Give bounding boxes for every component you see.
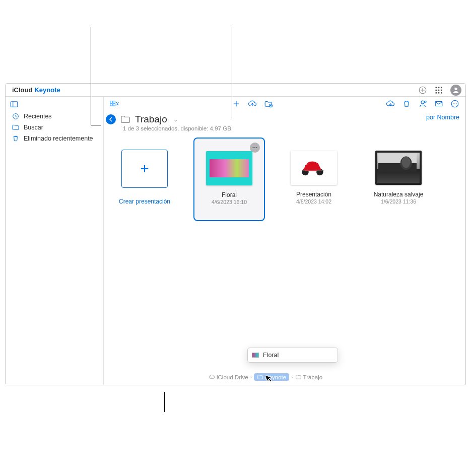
breadcrumb-label: Trabajo bbox=[303, 374, 323, 380]
svg-rect-11 bbox=[11, 102, 18, 107]
collaborate-icon[interactable] bbox=[418, 99, 427, 108]
svg-rect-15 bbox=[113, 101, 115, 103]
sidebar-item-browse[interactable]: Buscar bbox=[6, 122, 103, 133]
svg-point-23 bbox=[453, 103, 454, 104]
drag-preview: Floral bbox=[247, 348, 338, 363]
svg-point-4 bbox=[435, 89, 437, 91]
callout-line bbox=[91, 27, 91, 125]
folder-icon bbox=[120, 114, 131, 125]
view-mode-switch[interactable] bbox=[110, 99, 119, 108]
icloud-label: iCloud bbox=[12, 86, 32, 94]
sort-button[interactable]: por Nombre bbox=[426, 114, 459, 121]
svg-point-9 bbox=[441, 92, 442, 93]
svg-point-10 bbox=[454, 87, 457, 90]
svg-rect-14 bbox=[110, 101, 112, 103]
sidebar-item-trash[interactable]: Eliminado recientemente bbox=[6, 133, 103, 144]
sidebar-item-label: Recientes bbox=[24, 113, 52, 120]
file-grid: + Crear presentación Floral 4/6/2023 16:… bbox=[104, 131, 465, 227]
download-cloud-icon[interactable] bbox=[386, 99, 395, 108]
sidebar-item-label: Buscar bbox=[24, 124, 43, 131]
chevron-down-icon[interactable]: ⌄ bbox=[173, 116, 178, 123]
content-toolbar bbox=[104, 97, 465, 111]
svg-point-19 bbox=[421, 101, 424, 104]
svg-point-25 bbox=[456, 103, 457, 104]
file-name: Floral bbox=[222, 191, 237, 198]
svg-rect-16 bbox=[110, 104, 112, 106]
svg-point-26 bbox=[252, 147, 253, 148]
create-label: Crear presentación bbox=[119, 198, 170, 205]
file-date: 4/6/2023 16:10 bbox=[212, 199, 247, 205]
breadcrumb-trabajo[interactable]: Trabajo bbox=[295, 374, 323, 380]
cloud-icon bbox=[209, 374, 215, 380]
drag-label: Floral bbox=[263, 352, 279, 359]
svg-rect-17 bbox=[113, 104, 115, 106]
clock-icon bbox=[12, 112, 20, 120]
svg-point-27 bbox=[254, 147, 255, 148]
back-button[interactable] bbox=[106, 114, 116, 124]
svg-point-6 bbox=[441, 89, 442, 91]
file-card-naturaleza[interactable]: Naturaleza salvaje 1/6/2023 11:36 bbox=[364, 139, 433, 205]
svg-point-5 bbox=[438, 89, 440, 91]
file-date: 4/6/2023 14:02 bbox=[296, 198, 331, 205]
delete-icon[interactable] bbox=[402, 99, 411, 108]
account-avatar[interactable] bbox=[450, 85, 461, 96]
svg-point-3 bbox=[441, 87, 442, 88]
file-thumbnail bbox=[375, 151, 422, 185]
plus-icon[interactable]: + bbox=[121, 150, 168, 188]
callout-line bbox=[232, 27, 232, 119]
sidebar: Recientes Buscar Eliminado recientemente bbox=[6, 97, 104, 385]
folder-title[interactable]: Trabajo bbox=[135, 114, 167, 125]
upload-cloud-icon[interactable] bbox=[248, 99, 257, 108]
callout-line bbox=[91, 125, 101, 125]
toggle-sidebar-icon[interactable] bbox=[10, 100, 19, 109]
content-pane: Trabajo ⌄ 1 de 3 seleccionados, disponib… bbox=[104, 97, 465, 385]
sidebar-item-label: Eliminado recientemente bbox=[24, 135, 93, 142]
more-actions-icon[interactable] bbox=[450, 99, 459, 108]
chevron-right-icon: › bbox=[250, 374, 252, 380]
folder-icon bbox=[257, 374, 263, 380]
titlebar: iCloud Keynote bbox=[6, 84, 465, 97]
file-name: Presentación bbox=[296, 191, 331, 198]
svg-point-35 bbox=[402, 157, 411, 168]
sidebar-item-recents[interactable]: Recientes bbox=[6, 111, 103, 122]
drag-thumbnail bbox=[252, 353, 259, 358]
callout-line bbox=[164, 392, 165, 412]
file-card-floral[interactable]: Floral 4/6/2023 16:10 bbox=[194, 139, 264, 220]
svg-point-20 bbox=[424, 101, 426, 103]
file-thumbnail bbox=[206, 151, 252, 185]
apps-grid-icon[interactable] bbox=[434, 86, 443, 95]
app-name-label: Keynote bbox=[34, 86, 60, 94]
file-card-presentacion[interactable]: Presentación 4/6/2023 14:02 bbox=[279, 139, 349, 205]
selection-status: 1 de 3 seleccionados, disponible: 4,97 G… bbox=[106, 125, 231, 131]
new-item-icon[interactable] bbox=[232, 99, 241, 108]
svg-rect-21 bbox=[435, 102, 442, 106]
share-mail-icon[interactable] bbox=[434, 99, 443, 108]
new-folder-icon[interactable] bbox=[264, 99, 273, 108]
add-icon[interactable] bbox=[418, 86, 427, 95]
svg-point-8 bbox=[438, 92, 440, 93]
file-name: Naturaleza salvaje bbox=[374, 191, 424, 198]
svg-point-7 bbox=[435, 92, 437, 93]
breadcrumb-label: iCloud Drive bbox=[217, 374, 248, 380]
trash-icon bbox=[12, 134, 20, 143]
chevron-right-icon: › bbox=[291, 374, 293, 380]
folder-icon bbox=[295, 374, 302, 380]
svg-point-24 bbox=[454, 103, 455, 104]
svg-point-1 bbox=[435, 87, 437, 88]
svg-point-2 bbox=[438, 87, 440, 88]
svg-point-28 bbox=[256, 147, 257, 148]
file-date: 1/6/2023 11:36 bbox=[381, 198, 416, 205]
file-thumbnail bbox=[291, 151, 337, 185]
breadcrumb-root[interactable]: iCloud Drive bbox=[209, 374, 248, 380]
app-window: iCloud Keynote Recientes bbox=[5, 83, 466, 385]
create-presentation-button[interactable]: + Crear presentación bbox=[110, 139, 179, 205]
folder-icon bbox=[12, 123, 20, 131]
